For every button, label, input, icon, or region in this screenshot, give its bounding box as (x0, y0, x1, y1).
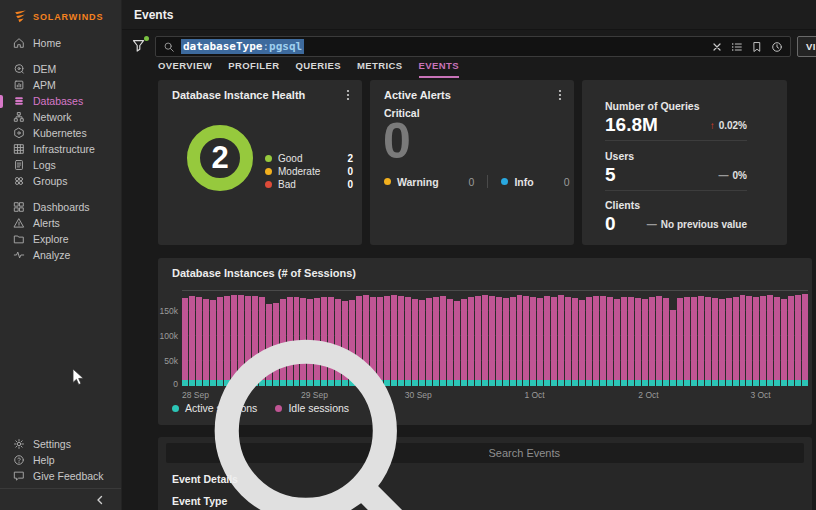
sidebar-item-home[interactable]: Home (0, 35, 121, 51)
session-bar[interactable] (572, 298, 578, 386)
session-bar[interactable] (523, 296, 529, 386)
session-bar[interactable] (733, 297, 739, 387)
tab-overview[interactable]: OVERVIEW (158, 60, 212, 78)
session-bar[interactable] (795, 295, 801, 386)
events-search-box[interactable] (166, 443, 804, 463)
session-bar[interactable] (482, 295, 488, 387)
session-bar[interactable] (614, 299, 620, 387)
kebab-menu-icon[interactable] (342, 88, 354, 102)
apm-icon (13, 79, 25, 91)
session-bar[interactable] (684, 297, 690, 386)
session-bar[interactable] (726, 298, 732, 387)
event-type-heading: Event Type (172, 495, 227, 507)
app-window: Events SOLARWINDS Home DEM (0, 0, 816, 510)
session-bar[interactable] (544, 296, 550, 386)
session-bar[interactable] (558, 295, 564, 386)
tab-profiler[interactable]: PROFILER (228, 60, 279, 78)
session-bar[interactable] (712, 298, 718, 386)
session-bar[interactable] (740, 295, 746, 386)
session-bar[interactable] (565, 297, 571, 387)
sidebar-item-dem[interactable]: DEM (0, 61, 121, 77)
session-bar[interactable] (656, 296, 662, 386)
solarwinds-swoosh-icon (13, 9, 28, 24)
session-bar[interactable] (579, 300, 585, 387)
session-bar[interactable] (489, 296, 495, 386)
session-bar[interactable] (753, 297, 759, 386)
session-bar[interactable] (551, 297, 557, 386)
tab-metrics[interactable]: METRICS (357, 60, 403, 78)
sidebar-item-help[interactable]: Help (0, 452, 121, 468)
session-bar[interactable] (530, 297, 536, 386)
history-icon[interactable] (771, 41, 783, 53)
session-bar[interactable] (677, 298, 683, 386)
session-bar[interactable] (788, 296, 794, 386)
session-bar[interactable] (510, 297, 516, 387)
query-input[interactable]: databaseType:pgsql (155, 36, 791, 57)
sidebar-item-analyze[interactable]: Analyze (0, 247, 121, 263)
saved-queries-icon[interactable] (731, 41, 743, 53)
session-bar[interactable] (802, 294, 808, 386)
session-bar[interactable] (496, 297, 502, 386)
session-bar[interactable] (621, 297, 627, 386)
tab-queries[interactable]: QUERIES (295, 60, 341, 78)
session-bar[interactable] (642, 299, 648, 387)
solarwinds-logo[interactable]: SOLARWINDS (0, 0, 121, 24)
session-bar[interactable] (719, 299, 725, 387)
session-bar[interactable] (670, 310, 676, 387)
sidebar-item-logs[interactable]: Logs (0, 157, 121, 173)
top-bar: Events (122, 0, 816, 30)
session-bar[interactable] (663, 298, 669, 387)
session-bar[interactable] (503, 298, 509, 387)
legend-item-moderate: Moderate 0 (265, 165, 353, 178)
session-bar[interactable] (628, 297, 634, 387)
legend-value: 0 (347, 179, 353, 190)
sidebar-item-apm[interactable]: APM (0, 77, 121, 93)
kebab-menu-icon[interactable] (554, 88, 566, 102)
session-bar[interactable] (691, 297, 697, 387)
card-title: Database Instance Health (172, 89, 305, 101)
warning-label: Warning (397, 176, 439, 188)
tab-events[interactable]: EVENTS (419, 60, 459, 78)
sidebar-item-kubernetes[interactable]: Kubernetes (0, 125, 121, 141)
warning-value: 0 (469, 176, 475, 188)
infrastructure-icon (13, 143, 25, 155)
session-bar[interactable] (635, 298, 641, 387)
session-bar[interactable] (767, 295, 773, 387)
legend-label: Moderate (278, 166, 320, 177)
dashboards-icon (13, 201, 25, 213)
legend-label: Good (278, 153, 302, 164)
clear-icon[interactable] (711, 41, 723, 53)
session-bar[interactable] (649, 297, 655, 386)
session-bar[interactable] (774, 297, 780, 386)
session-bar[interactable] (517, 295, 523, 386)
sidebar-item-settings[interactable]: Settings (0, 436, 121, 452)
sidebar-item-dashboards[interactable]: Dashboards (0, 199, 121, 215)
sidebar-item-databases[interactable]: Databases (0, 93, 121, 109)
view-button[interactable]: VIE (797, 36, 816, 57)
session-bar[interactable] (607, 297, 613, 386)
sidebar-item-infrastructure[interactable]: Infrastructure (0, 141, 121, 157)
session-bar[interactable] (698, 296, 704, 386)
session-bar[interactable] (746, 296, 752, 386)
session-bar[interactable] (781, 299, 787, 387)
metric-label: Number of Queries (605, 100, 700, 112)
bookmark-icon[interactable] (751, 41, 763, 53)
sidebar-item-explore[interactable]: Explore (0, 231, 121, 247)
analyze-icon (13, 249, 25, 261)
sidebar-item-give-feedback[interactable]: Give Feedback (0, 468, 121, 484)
events-search-input[interactable] (489, 447, 797, 459)
session-bar[interactable] (537, 298, 543, 387)
sidebar-item-alerts[interactable]: Alerts (0, 215, 121, 231)
sidebar-item-groups[interactable]: Groups (0, 173, 121, 189)
sidebar-item-label: DEM (33, 63, 56, 75)
sidebar-item-network[interactable]: Network (0, 109, 121, 125)
filter-button[interactable] (131, 38, 149, 56)
session-bar[interactable] (600, 296, 606, 387)
collapse-sidebar-icon[interactable] (93, 493, 107, 507)
session-bar[interactable] (593, 296, 599, 386)
session-bar[interactable] (760, 296, 766, 387)
session-bar[interactable] (586, 297, 592, 386)
search-icon (163, 41, 175, 53)
database-icon (13, 95, 25, 107)
session-bar[interactable] (705, 297, 711, 386)
